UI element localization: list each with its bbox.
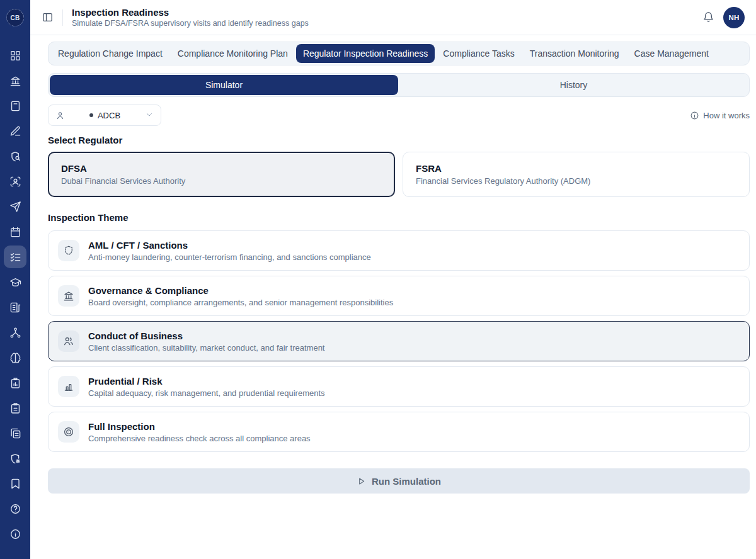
theme-title: Prudential / Risk (88, 376, 325, 387)
graduation-cap-icon (9, 276, 21, 288)
chevron-down-icon (145, 110, 154, 119)
logo-monogram: CB (6, 9, 24, 26)
clipboard-chart-icon (9, 377, 21, 389)
page-title: Inspection Readiness (72, 7, 309, 18)
sidebar-toggle-button[interactable] (42, 11, 54, 23)
sidebar-item-dashboard[interactable] (4, 44, 26, 67)
module-tabbar: Regulation Change Impact Compliance Moni… (48, 42, 750, 65)
theme-icon-wrap (58, 421, 79, 443)
bank-icon (9, 75, 21, 87)
sidebar-item-network[interactable] (4, 321, 26, 344)
sidebar-item-about[interactable] (4, 522, 26, 545)
bookmark-icon (9, 478, 21, 490)
tab-regulator-inspection-readiness[interactable]: Regulator Inspection Readiness (296, 44, 435, 63)
sidebar-item-send[interactable] (4, 195, 26, 218)
newspaper-icon (9, 302, 21, 313)
users-icon (63, 336, 74, 347)
avatar[interactable]: NH (723, 7, 745, 28)
landmark-icon (63, 290, 74, 302)
run-simulation-label: Run Simulation (372, 476, 441, 487)
notifications-button[interactable] (702, 11, 714, 23)
entity-selector[interactable]: ADCB (48, 104, 161, 126)
sidebar-item-news[interactable] (4, 296, 26, 319)
theme-title: AML / CFT / Sanctions (88, 240, 371, 251)
tab-case-management[interactable]: Case Management (627, 44, 716, 63)
theme-card-aml-cft-sanctions[interactable]: AML / CFT / Sanctions Anti-money launder… (48, 230, 750, 271)
toolbar-row: ADCB How it works (48, 104, 750, 126)
theme-icon-wrap (58, 240, 79, 261)
theme-icon-wrap (58, 330, 79, 352)
theme-icon-wrap (58, 285, 79, 307)
sidebar-item-book[interactable] (4, 94, 26, 117)
sidebar-item-tasklist[interactable] (4, 397, 26, 419)
regulator-name: Financial Services Regulatory Authority … (416, 176, 736, 186)
info-icon (9, 528, 21, 540)
play-icon (357, 477, 366, 486)
theme-card-full-inspection[interactable]: Full Inspection Comprehensive readiness … (48, 412, 750, 452)
how-it-works-label: How it works (703, 111, 750, 120)
shield-icon (63, 245, 74, 256)
regulator-section-title: Select Regulator (48, 135, 750, 145)
sidebar-item-checklist[interactable] (4, 246, 26, 268)
entity-value-group: ADCB (65, 111, 145, 120)
network-icon (9, 327, 21, 339)
status-dot (89, 113, 93, 117)
clipboard-list-icon (9, 402, 21, 414)
theme-text: Conduct of Business Client classificatio… (88, 330, 324, 353)
header-titles: Inspection Readiness Simulate DFSA/FSRA … (72, 7, 309, 28)
main-area: Inspection Readiness Simulate DFSA/FSRA … (30, 0, 756, 559)
theme-text: AML / CFT / Sanctions Anti-money launder… (88, 240, 371, 262)
tab-simulator[interactable]: Simulator (50, 75, 398, 95)
shield-search-icon (9, 150, 21, 162)
content: Regulation Change Impact Compliance Moni… (30, 35, 756, 494)
page-subtitle: Simulate DFSA/FSRA supervisory visits an… (72, 19, 309, 28)
regulator-options: DFSA Dubai Financial Services Authority … (48, 152, 750, 197)
sidebar-item-report-chart[interactable] (4, 371, 26, 394)
theme-card-governance-compliance[interactable]: Governance & Compliance Board oversight,… (48, 276, 750, 316)
help-icon (9, 503, 21, 515)
info-icon (690, 111, 699, 120)
theme-description: Capital adequacy, risk management, and p… (88, 388, 325, 398)
sidebar-item-bookmarks[interactable] (4, 472, 26, 495)
theme-title: Full Inspection (88, 421, 311, 432)
theme-card-conduct-of-business[interactable]: Conduct of Business Client classificatio… (48, 321, 750, 361)
sidebar-item-bank[interactable] (4, 69, 26, 92)
theme-description: Anti-money laundering, counter-terrorism… (88, 252, 371, 262)
target-icon (63, 426, 74, 438)
sidebar-item-user-scan[interactable] (4, 170, 26, 193)
regulator-card-dfsa[interactable]: DFSA Dubai Financial Services Authority (48, 152, 395, 197)
panel-left-icon (42, 11, 54, 23)
tab-transaction-monitoring[interactable]: Transaction Monitoring (523, 44, 626, 63)
sidebar-item-documents[interactable] (4, 422, 26, 444)
theme-title: Conduct of Business (88, 330, 324, 341)
sidebar-item-help[interactable] (4, 497, 26, 520)
theme-description: Client classification, suitability, mark… (88, 343, 324, 353)
sidebar-item-calendar[interactable] (4, 220, 26, 243)
sidebar-item-ai[interactable] (4, 346, 26, 369)
send-icon (9, 201, 21, 213)
pen-icon (9, 125, 21, 137)
calendar-icon (9, 226, 21, 238)
entity-label: ADCB (98, 111, 120, 120)
theme-section-title: Inspection Theme (48, 212, 750, 223)
sidebar-item-shield-settings[interactable] (4, 447, 26, 470)
how-it-works-link[interactable]: How it works (690, 111, 750, 120)
user-icon (55, 111, 65, 120)
tab-compliance-monitoring-plan[interactable]: Compliance Monitoring Plan (171, 44, 295, 63)
book-icon (9, 100, 21, 112)
app-logo[interactable]: CB (0, 0, 30, 35)
theme-text: Governance & Compliance Board oversight,… (88, 285, 393, 307)
regulator-code: DFSA (61, 163, 382, 174)
app-root: CB (0, 0, 756, 559)
tab-regulation-change-impact[interactable]: Regulation Change Impact (51, 44, 169, 63)
sidebar-item-training[interactable] (4, 271, 26, 293)
tab-history[interactable]: History (399, 75, 748, 95)
sidebar-item-shield-search[interactable] (4, 145, 26, 167)
theme-card-prudential-risk[interactable]: Prudential / Risk Capital adequacy, risk… (48, 366, 750, 407)
sidebar-item-signature[interactable] (4, 120, 26, 142)
run-simulation-button[interactable]: Run Simulation (48, 468, 750, 494)
tab-compliance-tasks[interactable]: Compliance Tasks (436, 44, 521, 63)
regulator-card-fsra[interactable]: FSRA Financial Services Regulatory Autho… (403, 152, 750, 197)
checklist-icon (9, 251, 21, 263)
header-divider (62, 9, 63, 26)
